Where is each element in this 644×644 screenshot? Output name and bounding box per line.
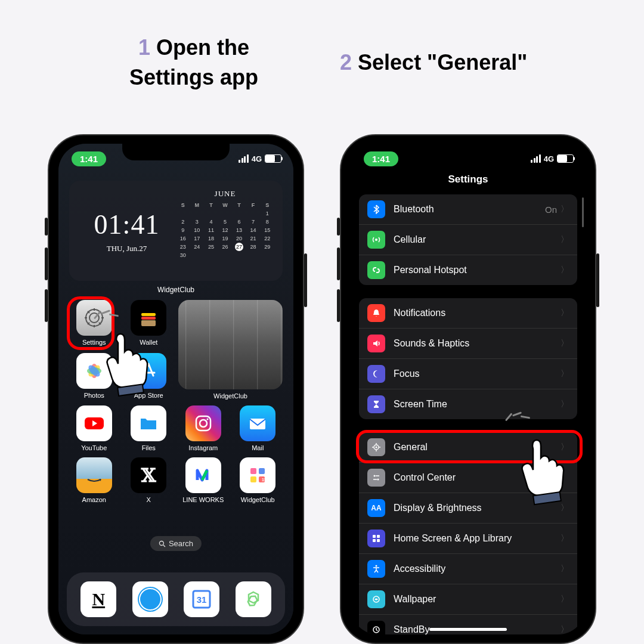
settings-row-bluetooth[interactable]: BluetoothOn〉 [359,194,577,225]
settings-row-cellular[interactable]: Cellular〉 [359,225,577,255]
instagram-icon [185,405,221,441]
clock-calendar-widget[interactable]: 01:41 THU, Jun.27 JUNE SMTWTFS 123456789… [69,181,283,281]
settings-row-label: Cellular [394,234,561,245]
battery-icon: 59 [265,154,281,163]
app-safari[interactable] [132,581,168,617]
svg-point-28 [159,541,163,545]
settings-row-sounds-haptics[interactable]: Sounds & Haptics〉 [359,329,577,359]
app-grid: Settings Wallet WidgetClub Photos [69,300,283,503]
phone-mockup-1: 1:41 4G 59 01:41 THU, Jun.27 JUNE [48,134,304,644]
ant-icon [367,231,385,249]
app-photos[interactable]: Photos [69,353,119,400]
wallet-icon [131,300,166,336]
settings-row-label: Display & Brightness [394,503,561,513]
svg-point-32 [140,589,160,609]
amazon-icon [76,457,112,493]
app-files[interactable]: Files [124,405,174,451]
settings-row-personal-hotspot[interactable]: Personal Hotspot〉 [359,255,577,285]
svg-point-21 [206,419,208,420]
settings-row-general[interactable]: General〉 [359,432,577,463]
mail-icon [240,405,275,441]
settings-row-screen-time[interactable]: Screen Time〉 [359,389,577,419]
svg-rect-24 [259,468,265,474]
wp-icon [367,590,385,608]
search-button[interactable]: Search [150,536,202,551]
settings-row-label: Notifications [394,308,561,318]
chevron-right-icon: 〉 [561,265,569,275]
settings-row-control-center[interactable]: Control Center〉 [359,463,577,493]
settings-row-display-brightness[interactable]: AADisplay & Brightness〉 [359,493,577,524]
settings-row-label: Sounds & Haptics [394,338,561,349]
settings-row-accessibility[interactable]: Accessibility〉 [359,554,577,584]
chevron-right-icon: 〉 [561,399,569,410]
appstore-icon [131,353,166,389]
svg-rect-23 [250,468,256,474]
app-google-calendar[interactable]: 31 [184,581,219,617]
calendar-grid: JUNE SMTWTFS 123456789101112131415161718… [176,189,274,273]
app-youtube[interactable]: YouTube [69,405,119,451]
instruction-step-2: 2 Select "General" [340,48,620,78]
app-lineworks[interactable]: LINE WORKS [178,457,228,503]
svg-point-1 [89,313,99,323]
gear-icon [76,300,112,336]
cc-icon [367,469,385,487]
settings-list[interactable]: BluetoothOn〉Cellular〉Personal Hotspot〉No… [359,194,577,634]
home-indicator[interactable] [429,628,507,631]
chevron-right-icon: 〉 [561,308,569,318]
gear-icon [367,438,385,456]
step-number-2: 2 [340,50,352,75]
network-type: 4G [544,154,554,163]
instruction-step-1: 1 Open the Settings app [83,33,304,93]
status-time: 1:41 [72,151,106,166]
settings-row-label: Control Center [394,472,561,483]
folder-icon [131,405,166,441]
chevron-right-icon: 〉 [561,204,569,215]
app-instagram[interactable]: Instagram [178,405,228,451]
scroll-indicator[interactable] [582,197,584,227]
svg-rect-51 [377,539,380,542]
settings-row-home-screen-app-library[interactable]: Home Screen & App Library〉 [359,524,577,554]
app-chatgpt[interactable] [236,581,271,617]
bell-icon [367,304,385,322]
network-type: 4G [252,154,262,163]
svg-line-29 [163,545,165,547]
chevron-right-icon: 〉 [561,369,569,379]
app-x[interactable]: 𝕏 X [124,457,174,503]
settings-row-label: Accessibility [394,564,561,574]
svg-point-52 [376,565,377,567]
settings-row-wallpaper[interactable]: Wallpaper〉 [359,584,577,615]
app-mail[interactable]: Mail [233,405,283,451]
step-number-1: 1 [138,35,150,60]
photo-widget[interactable]: WidgetClub [178,300,283,400]
app-settings[interactable]: Settings [69,300,119,347]
svg-text:15: 15 [262,478,267,482]
app-appstore[interactable]: App Store [124,353,174,400]
svg-text:31: 31 [197,595,207,605]
phone-mockup-2: 1:41 4G 60 Settings BluetoothOn〉Cellular… [340,134,596,644]
svg-rect-19 [196,416,210,431]
widget-label: WidgetClub [58,286,293,294]
svg-rect-50 [373,539,376,542]
settings-row-standby[interactable]: StandBy〉 [359,615,577,634]
acc-icon [367,560,385,578]
svg-text:AA: AA [371,504,381,512]
sound-icon [367,335,385,352]
youtube-icon [76,405,112,441]
settings-row-focus[interactable]: Focus〉 [359,359,577,389]
app-amazon[interactable]: Amazon [69,457,119,503]
chevron-right-icon: 〉 [561,533,569,544]
chevron-right-icon: 〉 [561,338,569,349]
app-widgetclub[interactable]: 15 WidgetClub [233,457,283,503]
chevron-right-icon: 〉 [561,442,569,453]
app-notion[interactable]: N [80,581,116,617]
bt-icon [367,200,385,218]
signal-icon [239,154,249,163]
widgetclub-icon: 15 [240,457,275,493]
app-wallet[interactable]: Wallet [124,300,174,347]
svg-point-38 [376,447,377,448]
chevron-right-icon: 〉 [561,564,569,574]
settings-row-notifications[interactable]: Notifications〉 [359,298,577,329]
settings-row-label: Screen Time [394,399,561,410]
svg-rect-49 [377,535,380,538]
chevron-right-icon: 〉 [561,234,569,245]
